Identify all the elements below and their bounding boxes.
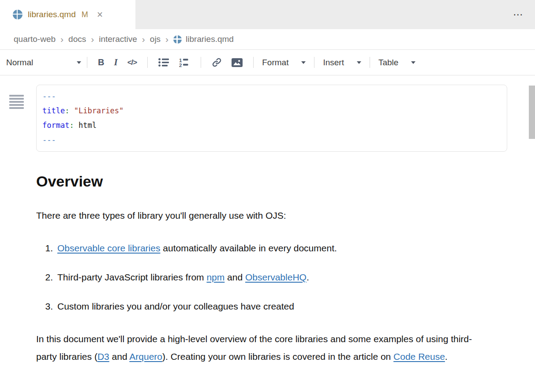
chevron-right-icon: › — [142, 34, 145, 45]
closing-paragraph[interactable]: In this document we'll provide a high-le… — [36, 330, 483, 366]
breadcrumb-file[interactable]: libraries.qmd — [173, 34, 234, 44]
yaml-colon: : — [69, 121, 74, 130]
intro-paragraph[interactable]: There are three types of library you'll … — [36, 210, 535, 221]
toolbar-divider — [370, 57, 370, 68]
editor-canvas[interactable]: --- title: "Libraries" format: html --- … — [0, 85, 535, 392]
page-title[interactable]: Overview — [36, 172, 535, 190]
format-menu[interactable]: Format — [259, 58, 308, 67]
list-item[interactable]: 3. Custom libraries you and/or your coll… — [41, 298, 535, 315]
link-arquero[interactable]: Arquero — [129, 351, 162, 362]
list-marker: 3. — [41, 298, 53, 315]
list-marker: 2. — [41, 269, 53, 286]
list-item-tail: automatically available in every documen… — [160, 243, 337, 253]
italic-button[interactable]: I — [109, 57, 122, 68]
link-button[interactable] — [207, 57, 227, 67]
yaml-fence: --- — [42, 92, 56, 101]
svg-text:2: 2 — [179, 63, 182, 67]
list-item[interactable]: 2. Third-party JavaScript libraries from… — [41, 269, 535, 286]
toolbar-divider — [87, 57, 87, 68]
toolbar-divider — [314, 57, 314, 68]
bullet-list-icon — [158, 58, 169, 67]
chevron-down-icon — [77, 61, 81, 64]
breadcrumb-quarto-web[interactable]: quarto-web — [14, 34, 56, 44]
link-code-reuse[interactable]: Code Reuse — [393, 351, 445, 362]
close-icon[interactable]: × — [97, 10, 103, 20]
list-marker: 1. — [41, 239, 53, 257]
chevron-down-icon — [411, 61, 415, 64]
yaml-line: --- — [42, 89, 501, 104]
table-menu[interactable]: Table — [376, 58, 418, 67]
yaml-value-title: "Libraries" — [74, 106, 124, 115]
modified-badge: M — [82, 10, 88, 19]
breadcrumb-ojs[interactable]: ojs — [150, 34, 161, 44]
breadcrumb-file-label: libraries.qmd — [186, 34, 234, 44]
link-icon — [212, 57, 222, 67]
tab-title: libraries.qmd — [28, 10, 76, 19]
paragraph-style-select[interactable]: Normal — [6, 58, 81, 67]
yaml-line: --- — [42, 133, 501, 147]
quarto-file-icon — [173, 35, 182, 44]
paragraph-style-value: Normal — [6, 58, 33, 67]
yaml-value-format: html — [79, 121, 97, 130]
breadcrumb-docs[interactable]: docs — [68, 34, 86, 44]
svg-text:1: 1 — [179, 58, 182, 63]
list-item[interactable]: 1. Observable core libraries automatical… — [41, 239, 535, 257]
tab-libraries-qmd[interactable]: libraries.qmd M × — [0, 0, 135, 29]
list-item-text: Observable core libraries automatically … — [57, 239, 337, 257]
yaml-line: format: html — [42, 118, 501, 133]
chevron-right-icon: › — [165, 34, 168, 45]
list-item-text: Custom libraries you and/or your colleag… — [57, 298, 294, 315]
quarto-file-icon — [13, 10, 22, 19]
tab-bar: libraries.qmd M × ⋯ — [0, 0, 535, 29]
list-item-text: Third-party JavaScript libraries from np… — [57, 269, 309, 286]
yaml-colon: : — [65, 106, 69, 115]
bold-button[interactable]: B — [93, 57, 109, 67]
numbered-list-icon: 1 2 — [179, 58, 190, 67]
table-menu-label: Table — [378, 58, 398, 67]
bullet-list-button[interactable] — [153, 58, 174, 67]
link-npm[interactable]: npm — [206, 272, 224, 282]
numbered-list-button[interactable]: 1 2 — [174, 58, 195, 67]
insert-menu-label: Insert — [323, 58, 344, 67]
list-item-tail: . — [307, 272, 309, 282]
vertical-scrollbar[interactable] — [529, 86, 535, 139]
image-icon — [232, 58, 243, 67]
yaml-key-title: title — [42, 106, 65, 115]
chevron-right-icon: › — [60, 34, 64, 45]
closing-text: and — [109, 351, 130, 362]
chevron-down-icon — [301, 61, 306, 64]
yaml-space — [69, 106, 74, 115]
list-item-lead: Third-party JavaScript libraries from — [57, 272, 206, 282]
toolbar-divider — [147, 57, 148, 68]
closing-text: ). Creating your own libraries is covere… — [162, 351, 393, 362]
inline-code-button[interactable]: </> — [123, 58, 142, 67]
more-actions-icon[interactable]: ⋯ — [513, 9, 524, 21]
breadcrumb: quarto-web › docs › interactive › ojs › … — [0, 29, 535, 50]
link-observable-core-libraries[interactable]: Observable core libraries — [57, 243, 160, 253]
yaml-line: title: "Libraries" — [42, 104, 501, 118]
chevron-right-icon: › — [91, 34, 94, 45]
toolbar-divider — [253, 57, 254, 68]
yaml-fence: --- — [42, 135, 56, 144]
chevron-down-icon — [357, 61, 361, 64]
link-observablehq[interactable]: ObservableHQ — [245, 272, 307, 282]
format-menu-label: Format — [262, 58, 288, 67]
yaml-space — [74, 121, 79, 130]
block-drag-handle-icon[interactable] — [9, 95, 24, 110]
breadcrumb-interactive[interactable]: interactive — [99, 34, 137, 44]
insert-menu[interactable]: Insert — [320, 58, 364, 67]
yaml-key-format: format — [42, 121, 69, 130]
closing-text: . — [445, 351, 448, 362]
link-d3[interactable]: D3 — [97, 351, 109, 362]
toolbar-divider — [201, 57, 201, 68]
yaml-front-matter-block[interactable]: --- title: "Libraries" format: html --- — [36, 85, 507, 152]
numbered-list: 1. Observable core libraries automatical… — [41, 239, 535, 315]
list-item-mid: and — [224, 272, 245, 282]
editor-toolbar: Normal B I </> 1 2 — [0, 50, 535, 75]
image-button[interactable] — [227, 58, 247, 67]
